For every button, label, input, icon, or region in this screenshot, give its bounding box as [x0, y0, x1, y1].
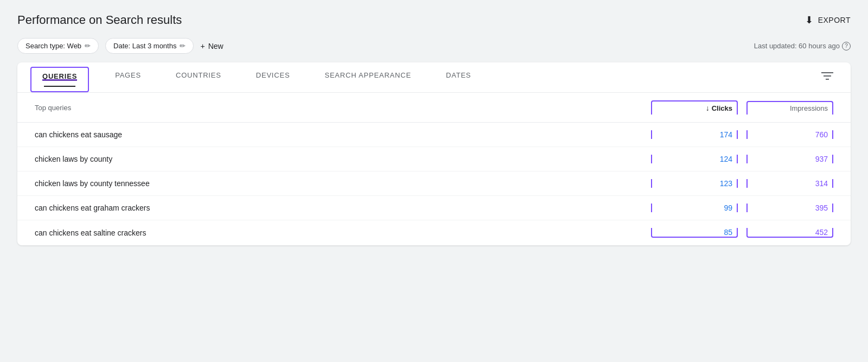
export-label: EXPORT — [818, 16, 851, 24]
search-type-label: Search type: Web — [25, 42, 81, 50]
impressions-value: 314 — [746, 179, 833, 188]
table-row[interactable]: can chickens eat graham crackers 99 395 — [17, 196, 851, 220]
date-edit-icon: ✏ — [180, 42, 186, 50]
table-row[interactable]: chicken laws by county tennessee 123 314 — [17, 172, 851, 196]
query-text: can chickens eat sausage — [35, 130, 651, 139]
impressions-value: 452 — [746, 228, 833, 238]
sort-down-icon: ↓ — [706, 104, 710, 112]
table-header: Top queries ↓ Clicks Impressions — [17, 93, 851, 123]
tabs-row: QUERIES PAGES COUNTRIES DEVICES SEARCH A… — [17, 62, 851, 93]
plus-icon: + — [200, 42, 205, 50]
page-title: Performance on Search results — [17, 13, 182, 27]
tab-queries-underline — [44, 86, 75, 87]
table-row[interactable]: can chickens eat saltine crackers 85 452 — [17, 220, 851, 245]
date-label: Date: Last 3 months — [113, 42, 176, 50]
main-card: QUERIES PAGES COUNTRIES DEVICES SEARCH A… — [17, 62, 851, 245]
clicks-value: 85 — [651, 228, 738, 238]
new-label: New — [208, 42, 224, 50]
clicks-label: Clicks — [712, 104, 732, 112]
impressions-value: 760 — [746, 130, 833, 139]
table-row[interactable]: chicken laws by county 124 937 — [17, 147, 851, 172]
tab-dates[interactable]: DATES — [429, 62, 488, 92]
search-type-edit-icon: ✏ — [85, 42, 91, 50]
last-updated-text: Last updated: 60 hours ago ? — [754, 42, 851, 50]
clicks-value: 124 — [651, 155, 738, 163]
filter-rows-icon[interactable] — [821, 71, 833, 84]
help-icon[interactable]: ? — [842, 42, 851, 50]
clicks-value: 174 — [651, 130, 738, 139]
tab-search-appearance[interactable]: SEARCH APPEARANCE — [307, 62, 429, 92]
impressions-column-header[interactable]: Impressions — [746, 101, 833, 115]
table-row[interactable]: can chickens eat sausage 174 760 — [17, 123, 851, 147]
query-text: chicken laws by county — [35, 155, 651, 163]
tab-countries[interactable]: COUNTRIES — [158, 62, 239, 92]
clicks-column-header[interactable]: ↓ Clicks — [651, 100, 738, 115]
clicks-value: 99 — [651, 204, 738, 212]
date-filter[interactable]: Date: Last 3 months ✏ — [105, 38, 194, 54]
impressions-value: 937 — [746, 155, 833, 163]
query-text: can chickens eat graham crackers — [35, 204, 651, 212]
export-button[interactable]: ⬇ EXPORT — [805, 14, 851, 26]
download-icon: ⬇ — [805, 14, 814, 26]
tab-devices[interactable]: DEVICES — [239, 62, 308, 92]
impressions-label: Impressions — [790, 104, 828, 112]
tab-pages[interactable]: PAGES — [98, 62, 158, 92]
tab-queries[interactable]: QUERIES — [42, 72, 77, 80]
top-queries-label: Top queries — [35, 104, 651, 112]
query-text: can chickens eat saltine crackers — [35, 228, 651, 237]
query-text: chicken laws by county tennessee — [35, 179, 651, 188]
impressions-value: 395 — [746, 204, 833, 212]
clicks-value: 123 — [651, 179, 738, 188]
new-filter-button[interactable]: + New — [200, 42, 223, 50]
search-type-filter[interactable]: Search type: Web ✏ — [17, 38, 99, 54]
queries-table: Top queries ↓ Clicks Impressions can chi… — [17, 93, 851, 245]
